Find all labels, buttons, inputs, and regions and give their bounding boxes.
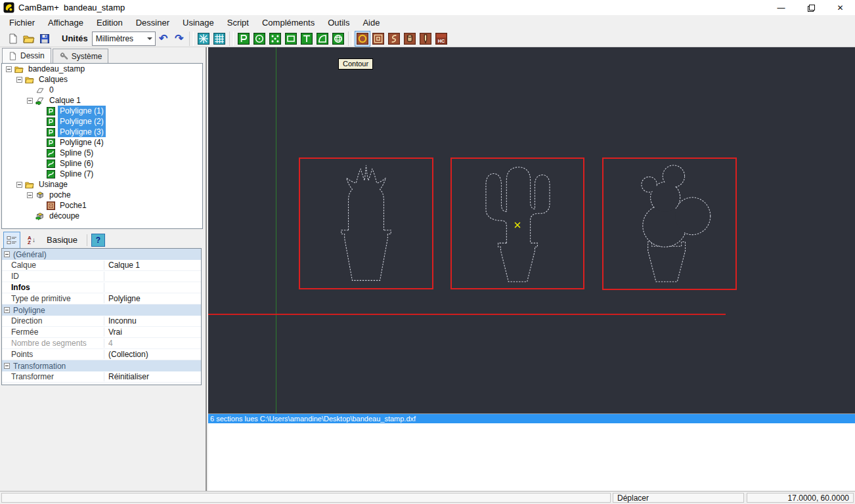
prop-row-points[interactable]: Points(Collection) (2, 349, 201, 360)
category-collapse-icon[interactable] (4, 363, 10, 369)
categorized-view-button[interactable] (3, 232, 20, 249)
draw-circle-button[interactable] (252, 31, 267, 47)
tree-expander[interactable] (6, 66, 12, 72)
tree-item-polyligne-3[interactable]: Polyligne (3) (58, 127, 106, 137)
redo-button[interactable]: ↷ (171, 31, 187, 47)
m-pocket-icon (372, 33, 384, 45)
new-file-button[interactable] (5, 31, 21, 47)
az-sort-icon: AZ (28, 236, 32, 245)
tree-item-poche[interactable]: poche (47, 190, 73, 200)
cactus-1-outline[interactable] (300, 159, 432, 288)
menu-dessiner[interactable]: Dessiner (129, 16, 176, 30)
menu-aide[interactable]: Aide (356, 16, 386, 30)
box-arrow-icon (35, 211, 45, 220)
prop-category-general[interactable]: (Général) (2, 249, 201, 260)
help-button[interactable]: ? (91, 234, 105, 247)
prop-row-direction[interactable]: DirectionInconnu (2, 316, 201, 327)
tree-item-poche1[interactable]: Poche1 (58, 200, 89, 211)
tree-item-0[interactable]: 0 (47, 85, 56, 95)
tree-item-decoupe[interactable]: découpe (47, 211, 81, 221)
tab-dessin[interactable]: Dessin (2, 48, 51, 63)
tree-expander[interactable] (16, 182, 22, 188)
mop-pocket-button[interactable] (370, 31, 386, 47)
prop-row-type-de-primitive[interactable]: Type de primitivePolyligne (2, 293, 201, 304)
tree-expander[interactable] (27, 98, 33, 104)
cactus-2-outline[interactable] (452, 159, 583, 288)
tree-row: Calque 1 (2, 95, 202, 106)
menu-edition[interactable]: Edition (90, 16, 129, 30)
drawing-tree[interactable]: bandeau_stampCalques0Calque 1Polyligne (… (1, 63, 203, 229)
selection-rect-3[interactable] (602, 158, 737, 290)
prop-value: Polyligne (104, 294, 201, 303)
tab-systeme[interactable]: Système (53, 49, 109, 63)
status-bar: Déplacer 17.0000, 60.0000 (0, 491, 855, 504)
tree-item-calque-1[interactable]: Calque 1 (47, 95, 83, 106)
tree-row: Polyligne (4) (2, 137, 202, 148)
cambam-window: { "window": { "app_title": "CamBam+ band… (0, 0, 855, 504)
mop-drill-button[interactable] (402, 31, 418, 47)
open-file-button[interactable] (21, 31, 37, 47)
category-collapse-icon[interactable] (4, 307, 10, 313)
prop-row-calque[interactable]: CalqueCalque 1 (2, 260, 201, 271)
panel-splitter[interactable] (204, 47, 208, 491)
log-line[interactable]: 6 sections lues C:\Users\amandine\Deskto… (208, 413, 855, 423)
save-file-button[interactable] (37, 31, 53, 47)
prop-row-infos[interactable]: Infos (2, 282, 201, 293)
mop-engrave-button[interactable] (386, 31, 402, 47)
drawing-canvas[interactable]: Contour (208, 47, 855, 413)
units-combobox[interactable]: Millimètres (92, 32, 156, 46)
new-icon (8, 33, 18, 44)
category-collapse-icon[interactable] (4, 251, 10, 257)
menu-script[interactable]: Script (221, 16, 255, 30)
combobox-arrow-icon[interactable] (145, 32, 155, 45)
selection-rect-1[interactable] (299, 158, 433, 289)
restore-button[interactable] (796, 0, 825, 15)
tree-row: Polyligne (2) (2, 116, 202, 127)
draw-text-button[interactable] (299, 31, 315, 47)
close-button[interactable]: ✕ (825, 0, 855, 15)
selection-rect-2[interactable] (450, 158, 584, 289)
draw-rectangle-button[interactable] (283, 31, 299, 47)
menu-usinage[interactable]: Usinage (176, 16, 221, 30)
mop-contour-button[interactable] (355, 31, 370, 47)
basique-button[interactable]: Basique (47, 235, 77, 245)
prop-name: Calque (2, 261, 104, 270)
prop-category-transformation[interactable]: Transformation (2, 360, 201, 371)
tree-item-spline-7[interactable]: Spline (7) (58, 169, 95, 179)
snap-points-button[interactable] (196, 31, 211, 47)
menu-complements[interactable]: Compléments (255, 16, 321, 30)
prop-row-id[interactable]: ID (2, 271, 201, 282)
mop-profile-button[interactable] (418, 31, 433, 47)
menu-affichage[interactable]: Affichage (41, 16, 90, 30)
prop-value: Calque 1 (104, 261, 201, 270)
tree-item-calques[interactable]: Calques (37, 74, 70, 85)
mop-heightmap-button[interactable]: HC (433, 31, 449, 47)
tree-item-polyligne-1[interactable]: Polyligne (1) (58, 106, 106, 116)
draw-points-button[interactable] (267, 31, 283, 47)
tree-expander[interactable] (27, 192, 33, 198)
draw-mesh-button[interactable] (330, 31, 346, 47)
tree-item-bandeau-stamp[interactable]: bandeau_stamp (26, 64, 87, 74)
show-grid-button[interactable] (211, 31, 227, 47)
tree-item-polyligne-2[interactable]: Polyligne (2) (58, 116, 106, 127)
tree-item-usinage[interactable]: Usinage (37, 179, 70, 190)
minimize-button[interactable]: — (766, 0, 796, 15)
menu-fichier[interactable]: Fichier (3, 16, 41, 30)
tree-item-polyligne-4[interactable]: Polyligne (4) (58, 137, 106, 148)
draw-polyline-button[interactable] (236, 31, 252, 47)
tab-label: Dessin (20, 51, 45, 60)
prop-row-transformer[interactable]: TransformerRéinitialiser (2, 371, 201, 383)
alphabetical-sort-button[interactable]: AZ↓ (23, 232, 40, 249)
prop-row-fermee[interactable]: FerméeVrai (2, 327, 201, 338)
tree-expander[interactable] (16, 77, 22, 83)
tree-item-spline-6[interactable]: Spline (6) (58, 158, 95, 169)
prop-category-polyligne[interactable]: Polyligne (2, 304, 201, 316)
menu-bar: FichierAffichageEditionDessinerUsinageSc… (0, 15, 855, 30)
tree-item-spline-5[interactable]: Spline (5) (58, 148, 95, 158)
undo-button[interactable]: ↶ (156, 31, 171, 47)
polyline-icon (46, 127, 55, 136)
prop-row-nombre-de-segments[interactable]: Nombre de segments4 (2, 338, 201, 349)
menu-outils[interactable]: Outils (321, 16, 356, 30)
cactus-3-outline[interactable] (603, 159, 735, 289)
draw-surface-button[interactable] (315, 31, 330, 47)
